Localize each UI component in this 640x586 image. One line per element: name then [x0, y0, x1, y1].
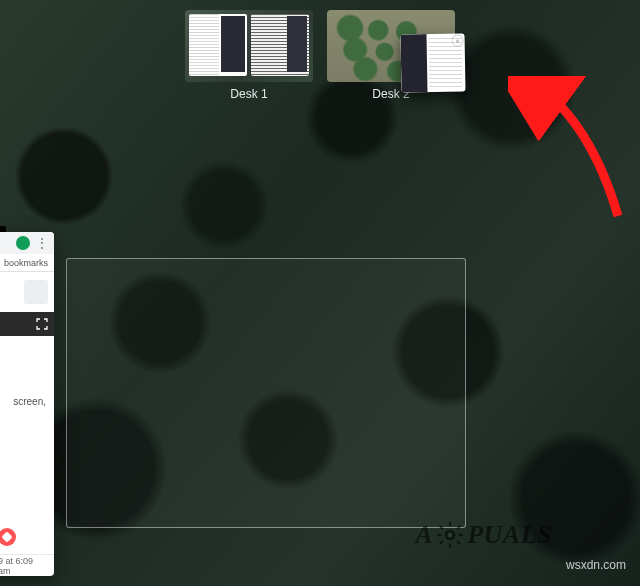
- avatar[interactable]: [24, 280, 48, 304]
- desk-2[interactable]: Desk 2 ×: [327, 10, 455, 105]
- extension-icon[interactable]: [16, 236, 30, 250]
- overview-drop-target[interactable]: [66, 258, 466, 528]
- left-window[interactable]: ⋮ bookmarks screen, 9 at 6:09 am: [0, 232, 54, 576]
- svg-point-10: [448, 533, 453, 538]
- svg-rect-5: [459, 534, 463, 536]
- svg-rect-6: [439, 525, 444, 530]
- gear-icon: [437, 522, 463, 548]
- left-window-footer: 9 at 6:09 am: [0, 554, 54, 576]
- desk-1-label: Desk 1: [230, 87, 267, 101]
- svg-rect-7: [457, 525, 462, 530]
- close-icon[interactable]: ×: [453, 35, 463, 45]
- bookmarks-label: bookmarks: [4, 258, 48, 268]
- dragged-window-preview[interactable]: ×: [400, 33, 465, 92]
- bookmarks-bar[interactable]: bookmarks: [0, 254, 54, 272]
- footer-timestamp: 9 at 6:09 am: [0, 556, 48, 576]
- brand-prefix: A: [415, 520, 433, 550]
- dark-strip: [0, 312, 54, 336]
- desk-1-thumbnail[interactable]: [185, 10, 313, 82]
- avatar-row: [0, 272, 54, 312]
- watermark-url: wsxdn.com: [566, 558, 626, 572]
- fullscreen-icon[interactable]: [36, 318, 48, 330]
- virtual-desks-strip: Desk 1 Desk 2 ×: [0, 10, 640, 105]
- svg-rect-2: [449, 522, 451, 526]
- desk-1[interactable]: Desk 1: [185, 10, 313, 105]
- hangup-icon[interactable]: [0, 528, 16, 546]
- svg-rect-9: [457, 540, 462, 545]
- left-window-toolbar: ⋮: [0, 232, 54, 254]
- svg-rect-4: [437, 534, 441, 536]
- kebab-menu-icon[interactable]: ⋮: [36, 236, 48, 250]
- brand-suffix: PUALS: [467, 520, 552, 550]
- desk-1-window-b: [251, 14, 309, 76]
- watermark-brand: A PUALS: [415, 520, 552, 550]
- left-window-body: screen,: [0, 336, 54, 408]
- svg-rect-3: [449, 544, 451, 548]
- desk-1-window-a: [189, 14, 247, 76]
- body-hint-text: screen,: [13, 396, 46, 407]
- svg-rect-8: [439, 540, 444, 545]
